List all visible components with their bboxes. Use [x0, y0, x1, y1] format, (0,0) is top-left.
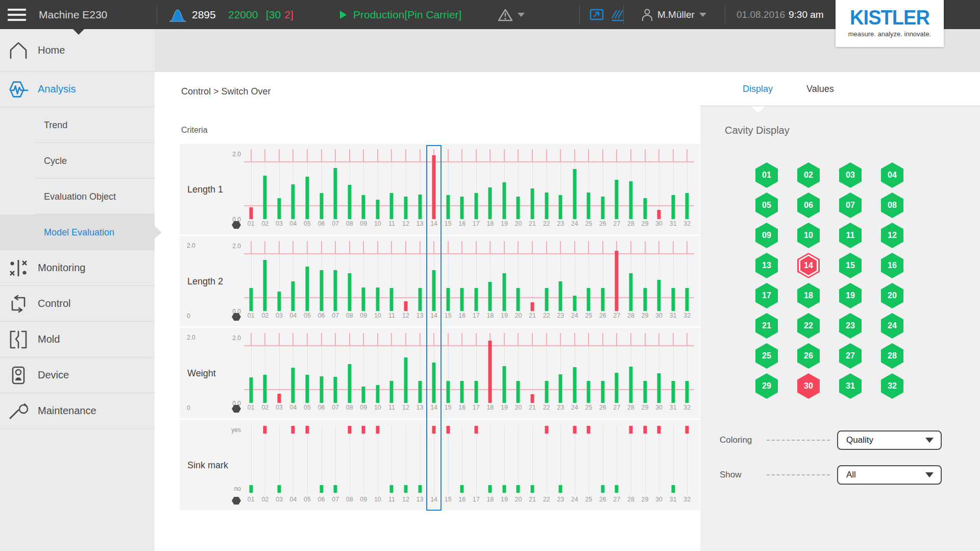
bar-cavity-09	[362, 288, 365, 311]
cavity-hex-09[interactable]: 09	[755, 223, 778, 248]
limit-tick	[391, 333, 392, 346]
cavity-hex-28[interactable]: 28	[881, 343, 903, 369]
sidebar-item-device[interactable]: Device	[0, 357, 155, 393]
cavity-hex-10[interactable]: 10	[797, 223, 820, 248]
limit-tick	[476, 241, 477, 254]
cavity-number: 26	[804, 351, 813, 361]
x-axis-label: 09	[360, 312, 367, 319]
cavity-hex-08[interactable]: 08	[881, 193, 903, 218]
show-dropdown[interactable]: All	[837, 465, 942, 485]
cavity-hex-32[interactable]: 32	[881, 373, 903, 399]
cavity-hex-25[interactable]: 25	[755, 343, 778, 369]
coloring-dropdown[interactable]: Quality	[837, 430, 942, 450]
x-axis-label: 12	[402, 404, 409, 411]
cavity-hex-04[interactable]: 04	[881, 162, 903, 188]
x-axis-label: 29	[642, 496, 649, 503]
cavity-hex-23[interactable]: 23	[839, 313, 862, 339]
sidebar-item-evaluation-object[interactable]: Evaluation Object	[0, 179, 155, 214]
upper-limit-line	[244, 161, 694, 162]
sidebar-item-trend[interactable]: Trend	[0, 107, 155, 143]
active-tab-notch	[751, 106, 765, 113]
bar-cavity-19	[502, 273, 506, 311]
cavity-hex-31[interactable]: 31	[839, 373, 862, 399]
mark-cavity-05	[306, 426, 309, 434]
mark-cavity-10	[376, 426, 379, 434]
mark-cavity-30	[657, 426, 661, 434]
tab-display[interactable]: Display	[743, 72, 773, 106]
user-name[interactable]: M.Müller	[657, 0, 695, 29]
cavity-hex-14[interactable]: 14	[797, 253, 820, 278]
sidebar-item-model-evaluation[interactable]: Model Evaluation	[0, 214, 155, 250]
bar-cavity-02	[263, 375, 267, 403]
cavity-hex-15[interactable]: 15	[839, 253, 862, 278]
limit-tick	[335, 149, 336, 162]
cavity-hex-16[interactable]: 16	[881, 253, 903, 278]
analysis-icon	[7, 80, 30, 99]
cavity-hex-11[interactable]: 11	[839, 223, 862, 248]
cavity-hex-02[interactable]: 02	[797, 162, 820, 188]
cavity-hex-05[interactable]: 05	[755, 193, 778, 218]
gridline	[462, 426, 462, 495]
tab-values[interactable]: Values	[806, 72, 834, 106]
warning-dropdown-caret[interactable]	[518, 0, 525, 29]
cavity-hex-21[interactable]: 21	[755, 313, 778, 339]
cavity-hex-30[interactable]: 30	[797, 373, 820, 399]
divider	[157, 5, 157, 24]
limit-tick	[349, 333, 350, 346]
gridline	[687, 426, 688, 495]
sidebar-item-mold[interactable]: Mold	[0, 322, 155, 357]
bar-cavity-10	[376, 288, 379, 311]
machine-title: Machine E230	[39, 0, 107, 29]
limit-tick	[546, 149, 547, 162]
x-axis-label: 17	[473, 312, 480, 319]
sidebar-item-home[interactable]: Home	[0, 29, 155, 71]
gridline	[420, 426, 421, 495]
sidebar-item-control[interactable]: Control	[0, 286, 155, 322]
cavity-hex-24[interactable]: 24	[881, 313, 903, 339]
cavity-hex-29[interactable]: 29	[755, 373, 778, 399]
cavity-hex-03[interactable]: 03	[839, 162, 862, 188]
cavity-hex-26[interactable]: 26	[797, 343, 820, 369]
screens-icon[interactable]	[590, 0, 604, 29]
limit-tick	[279, 333, 280, 346]
bar-cavity-01	[249, 288, 253, 311]
x-axis-label: 11	[388, 220, 395, 227]
user-dropdown-caret[interactable]	[699, 0, 706, 29]
cavity-hex-13[interactable]: 13	[755, 253, 778, 278]
cavity-hex-07[interactable]: 07	[839, 193, 862, 218]
limit-tick	[321, 149, 322, 162]
limit-tick	[391, 149, 392, 162]
cavity-hex-17[interactable]: 17	[755, 283, 778, 308]
sidebar-item-analysis[interactable]: Analysis	[0, 71, 155, 107]
cavity-hex-01[interactable]: 01	[755, 162, 778, 188]
cavity-hex-06[interactable]: 06	[797, 193, 820, 218]
cavity-hex-18[interactable]: 18	[797, 283, 820, 308]
cavity-hex-12[interactable]: 12	[881, 223, 903, 248]
gridline	[251, 426, 252, 495]
x-axis-label: 31	[670, 404, 677, 411]
limit-tick	[448, 149, 449, 162]
cavity-hex-19[interactable]: 19	[839, 283, 862, 308]
warning-icon[interactable]	[498, 0, 513, 29]
menu-button[interactable]	[7, 0, 27, 29]
cavity-hex-27[interactable]: 27	[839, 343, 862, 369]
x-axis-label: 30	[655, 312, 663, 319]
lower-limit-line	[244, 297, 694, 298]
axis-top-label: yes	[180, 426, 241, 434]
cavity-hex-22[interactable]: 22	[797, 313, 820, 339]
criteria-charts: Length 12.00.001020304050607080910111213…	[180, 144, 700, 510]
cavity-number: 06	[804, 201, 813, 210]
x-axis-label: 05	[304, 312, 311, 319]
gridline	[265, 426, 265, 495]
bar-cavity-16	[460, 197, 464, 219]
x-axis-label: 28	[627, 496, 634, 503]
sidebar-item-cycle[interactable]: Cycle	[0, 143, 155, 179]
sidebar-item-monitoring[interactable]: Monitoring	[0, 250, 155, 286]
cavity-hex-20[interactable]: 20	[881, 283, 903, 308]
sidebar-item-maintenance[interactable]: Maintenance	[0, 393, 155, 429]
x-axis-label: 30	[655, 404, 663, 411]
limit-tick	[363, 333, 364, 346]
limit-tick	[574, 241, 575, 254]
kistler-logo-text: KISTLER	[838, 6, 941, 29]
bar-cavity-20	[517, 197, 520, 219]
